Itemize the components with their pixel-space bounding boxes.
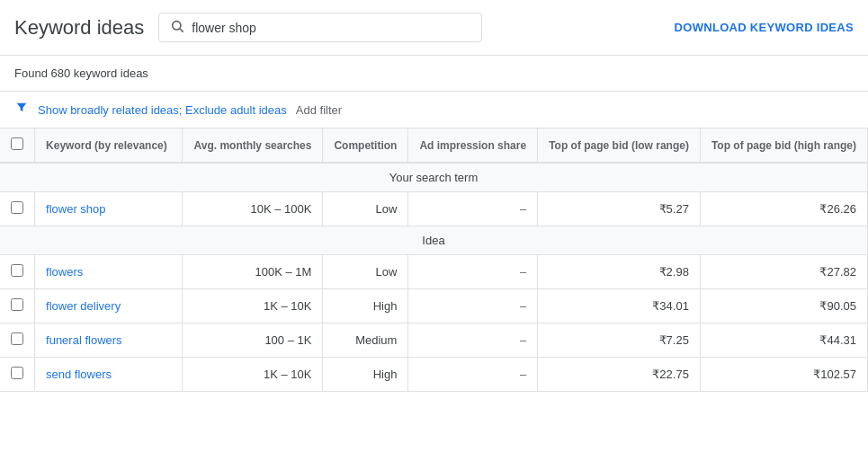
row-checkbox-cell[interactable] (0, 255, 35, 289)
row-checkbox[interactable] (11, 332, 23, 345)
table-row: flower shop10K – 100KLow–₹5.27₹26.26 (0, 192, 868, 226)
subheader: Found 680 keyword ideas (0, 56, 868, 92)
avg-monthly-cell: 1K – 10K (183, 289, 323, 323)
row-checkbox[interactable] (11, 264, 23, 277)
filter-bar: Show broadly related ideas; Exclude adul… (0, 92, 868, 129)
row-checkbox[interactable] (11, 367, 23, 379)
search-icon (170, 19, 184, 36)
keyword-ideas-table: Keyword (by relevance) Avg. monthly sear… (0, 129, 868, 392)
header: Keyword ideas DOWNLOAD KEYWORD IDEAS (0, 0, 868, 56)
search-input[interactable] (192, 21, 470, 35)
table-row: flowers100K – 1MLow–₹2.98₹27.82 (0, 255, 868, 289)
avg-monthly-cell: 100 – 1K (183, 323, 323, 358)
download-keyword-ideas-link[interactable]: DOWNLOAD KEYWORD IDEAS (675, 21, 854, 34)
th-competition: Competition (323, 129, 408, 163)
table-row: funeral flowers100 – 1KMedium–₹7.25₹44.3… (0, 323, 868, 358)
top-bid-high-cell: ₹102.57 (700, 358, 867, 392)
th-top-bid-low: Top of page bid (low range) (538, 129, 701, 163)
avg-monthly-cell: 100K – 1M (183, 255, 323, 289)
avg-monthly-cell: 10K – 100K (183, 192, 323, 226)
top-bid-low-cell: ₹7.25 (538, 323, 701, 358)
search-box[interactable] (158, 13, 482, 42)
th-ad-impression: Ad impression share (408, 129, 538, 163)
top-bid-high-cell: ₹26.26 (700, 192, 867, 226)
table-header: Keyword (by relevance) Avg. monthly sear… (0, 129, 868, 163)
competition-cell: High (323, 289, 408, 323)
section-row: Your search term (0, 163, 868, 192)
th-checkbox[interactable] (0, 129, 35, 163)
row-checkbox[interactable] (11, 298, 23, 311)
row-checkbox-cell[interactable] (0, 323, 35, 358)
ad-impression-cell: – (408, 358, 538, 392)
select-all-checkbox[interactable] (11, 137, 23, 150)
top-bid-low-cell: ₹5.27 (538, 192, 701, 226)
ad-impression-cell: – (408, 255, 538, 289)
add-filter-text[interactable]: Add filter (296, 103, 342, 117)
keyword-cell[interactable]: flowers (35, 255, 183, 289)
th-avg-monthly: Avg. monthly searches (183, 129, 323, 163)
top-bid-high-cell: ₹27.82 (700, 255, 867, 289)
filter-link[interactable]: Show broadly related ideas; Exclude adul… (38, 103, 287, 117)
section-row: Idea (0, 226, 868, 255)
keyword-cell[interactable]: flower shop (35, 192, 183, 226)
top-bid-low-cell: ₹22.75 (538, 358, 701, 392)
row-checkbox-cell[interactable] (0, 358, 35, 392)
top-bid-high-cell: ₹90.05 (700, 289, 867, 323)
competition-cell: High (323, 358, 408, 392)
row-checkbox-cell[interactable] (0, 289, 35, 323)
th-keyword: Keyword (by relevance) (35, 129, 183, 163)
filter-icon (14, 101, 29, 119)
th-top-bid-high: Top of page bid (high range) (700, 129, 867, 163)
competition-cell: Low (323, 192, 408, 226)
competition-cell: Low (323, 255, 408, 289)
found-count-text: Found 680 keyword ideas (14, 66, 148, 80)
keyword-cell[interactable]: flower delivery (35, 289, 183, 323)
avg-monthly-cell: 1K – 10K (183, 358, 323, 392)
svg-line-1 (180, 29, 183, 32)
ad-impression-cell: – (408, 192, 538, 226)
table-row: flower delivery1K – 10KHigh–₹34.01₹90.05 (0, 289, 868, 323)
ad-impression-cell: – (408, 323, 538, 358)
top-bid-low-cell: ₹2.98 (538, 255, 701, 289)
keyword-cell[interactable]: send flowers (35, 358, 183, 392)
keyword-cell[interactable]: funeral flowers (35, 323, 183, 358)
top-bid-low-cell: ₹34.01 (538, 289, 701, 323)
row-checkbox[interactable] (11, 201, 23, 214)
header-left: Keyword ideas (14, 13, 482, 42)
ad-impression-cell: – (408, 289, 538, 323)
page-title: Keyword ideas (14, 16, 144, 40)
table-row: send flowers1K – 10KHigh–₹22.75₹102.57 (0, 358, 868, 392)
competition-cell: Medium (323, 323, 408, 358)
top-bid-high-cell: ₹44.31 (700, 323, 867, 358)
table-body: Your search termflower shop10K – 100KLow… (0, 163, 868, 392)
svg-point-0 (173, 22, 181, 30)
row-checkbox-cell[interactable] (0, 192, 35, 226)
